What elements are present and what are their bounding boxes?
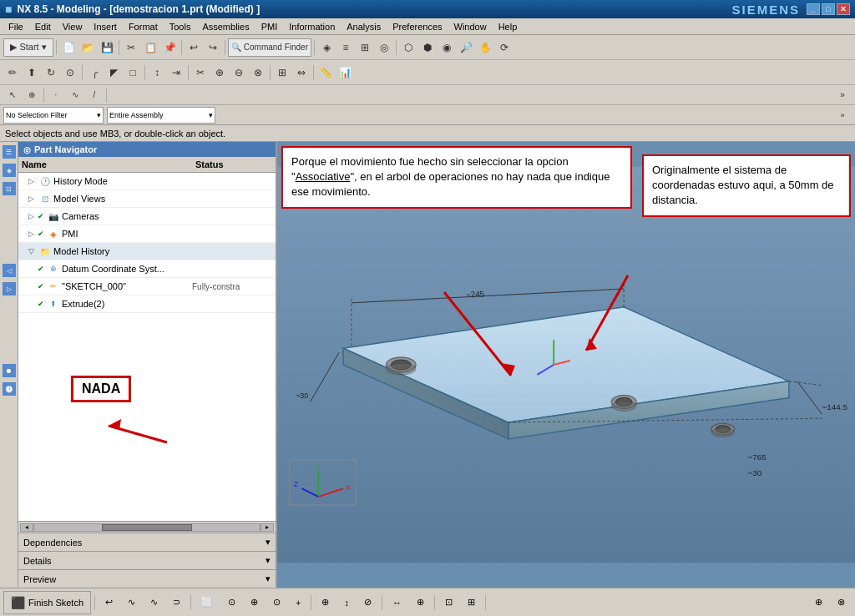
resource-bar-icon-3[interactable]: ⊡ bbox=[3, 182, 16, 195]
bottom-tool-18[interactable]: ⊗ bbox=[831, 591, 852, 614]
menu-information[interactable]: Information bbox=[284, 20, 340, 33]
bottom-tool-16[interactable]: ⊞ bbox=[461, 591, 482, 614]
more-btn[interactable]: » bbox=[833, 86, 852, 104]
hscroll-left-btn[interactable]: ◂ bbox=[20, 523, 33, 532]
nav-item-history-mode[interactable]: ▷ 🕐 History Mode bbox=[18, 173, 276, 190]
chamfer-btn[interactable]: ◤ bbox=[104, 63, 123, 82]
nav-hscroll[interactable]: ◂ ▸ bbox=[18, 521, 276, 533]
command-finder-btn[interactable]: 🔍 Command Finder bbox=[228, 38, 311, 57]
nav-item-sketch[interactable]: ✔ ✏ "SKETCH_000" Fully-constra bbox=[18, 278, 276, 295]
select-btn[interactable]: ↖ bbox=[3, 86, 22, 104]
menu-analysis[interactable]: Analysis bbox=[341, 20, 386, 33]
new-file-btn[interactable]: 📄 bbox=[59, 38, 78, 57]
line-btn[interactable]: / bbox=[85, 86, 104, 104]
trim-btn[interactable]: ✂ bbox=[191, 63, 210, 82]
bottom-tool-5[interactable]: ⬜ bbox=[195, 591, 220, 614]
view1-btn[interactable]: ⬡ bbox=[399, 38, 417, 57]
resource-bar-icon-2[interactable]: ◈ bbox=[3, 164, 16, 177]
nav-item-extrude[interactable]: ✔ ⬆ Extrude(2) bbox=[18, 295, 276, 313]
resource-bar-icon-6[interactable]: ⏺ bbox=[3, 364, 16, 377]
analysis-btn[interactable]: 📊 bbox=[336, 63, 354, 82]
menu-help[interactable]: Help bbox=[493, 20, 523, 33]
paste-btn[interactable]: 📌 bbox=[160, 38, 179, 57]
hscroll-right-btn[interactable]: ▸ bbox=[261, 523, 274, 532]
curve-btn[interactable]: ∿ bbox=[66, 86, 84, 104]
close-button[interactable]: ✕ bbox=[837, 3, 850, 15]
expander-model-views[interactable]: ▷ bbox=[25, 194, 37, 203]
hole-btn[interactable]: ⊙ bbox=[61, 63, 79, 82]
nav-item-datum-coord[interactable]: ✔ ⊕ Datum Coordinate Syst... bbox=[18, 260, 276, 278]
snap-btn[interactable]: ◎ bbox=[375, 38, 393, 57]
pan-btn[interactable]: ✋ bbox=[476, 38, 494, 57]
bottom-tool-8[interactable]: ⊙ bbox=[266, 591, 287, 614]
unite-btn[interactable]: ⊕ bbox=[210, 63, 229, 82]
move-face-btn[interactable]: ↕ bbox=[148, 63, 166, 82]
assembly-dropdown[interactable]: Entire Assembly ▾ bbox=[107, 107, 215, 124]
maximize-button[interactable]: □ bbox=[822, 3, 835, 15]
preview-section[interactable]: Preview ▾ bbox=[18, 569, 276, 588]
details-section[interactable]: Details ▾ bbox=[18, 551, 276, 569]
view3-btn[interactable]: ◉ bbox=[438, 38, 456, 57]
bottom-tool-3[interactable]: ∿ bbox=[144, 591, 164, 614]
save-btn[interactable]: 💾 bbox=[98, 38, 116, 57]
snap-mode-btn[interactable]: ⊕ bbox=[23, 86, 41, 104]
nav-item-model-views[interactable]: ▷ ⊡ Model Views bbox=[18, 190, 276, 208]
bottom-tool-15[interactable]: ⊡ bbox=[438, 591, 459, 614]
point-btn[interactable]: · bbox=[47, 86, 65, 104]
zoom-btn[interactable]: 🔎 bbox=[457, 38, 475, 57]
hscroll-track[interactable] bbox=[33, 523, 261, 532]
nav-item-cameras[interactable]: ▷ ✔ 📷 Cameras bbox=[18, 208, 276, 225]
bottom-tool-4[interactable]: ⊃ bbox=[166, 591, 187, 614]
menu-tools[interactable]: Tools bbox=[164, 20, 196, 33]
selection-filter-dropdown[interactable]: No Selection Filter ▾ bbox=[3, 107, 104, 124]
resource-bar-icon-7[interactable]: 🕐 bbox=[3, 382, 16, 396]
layers-btn[interactable]: ≡ bbox=[336, 38, 355, 57]
bottom-tool-6[interactable]: ⊙ bbox=[221, 591, 242, 614]
expander-cameras[interactable]: ▷ bbox=[25, 212, 37, 220]
nav-item-pmi[interactable]: ▷ ✔ ◈ PMI bbox=[18, 225, 276, 243]
bottom-tool-9[interactable]: + bbox=[289, 591, 307, 614]
display-btn[interactable]: ◈ bbox=[317, 38, 336, 57]
nav-item-model-history[interactable]: ▽ 📁 Model History bbox=[18, 243, 276, 260]
menu-file[interactable]: File bbox=[3, 20, 28, 33]
more-options-btn[interactable]: » bbox=[833, 108, 852, 123]
mirror-btn[interactable]: ⇔ bbox=[292, 63, 311, 82]
undo-btn[interactable]: ↩ bbox=[185, 38, 203, 57]
bottom-tool-10[interactable]: ⊕ bbox=[315, 591, 336, 614]
offset-btn[interactable]: ⇥ bbox=[167, 63, 185, 82]
menu-window[interactable]: Window bbox=[449, 20, 492, 33]
menu-preferences[interactable]: Preferences bbox=[387, 20, 447, 33]
bottom-tool-13[interactable]: ↔ bbox=[386, 591, 408, 614]
cut-btn[interactable]: ✂ bbox=[122, 38, 140, 57]
resource-bar-icon-5[interactable]: ▷ bbox=[3, 282, 16, 295]
pattern-btn[interactable]: ⊞ bbox=[273, 63, 291, 82]
finish-sketch-button[interactable]: ⬛ Finish Sketch bbox=[3, 591, 91, 614]
bottom-tool-7[interactable]: ⊕ bbox=[244, 591, 265, 614]
revolve-btn[interactable]: ↻ bbox=[42, 63, 60, 82]
expander-model-history[interactable]: ▽ bbox=[25, 247, 37, 255]
menu-format[interactable]: Format bbox=[124, 20, 163, 33]
3d-viewport[interactable]: ~245 ~144.5 ~30 bbox=[277, 142, 855, 588]
sketch-btn[interactable]: ✏ bbox=[3, 63, 22, 82]
menu-view[interactable]: View bbox=[58, 20, 88, 33]
start-button[interactable]: ▶ Start ▾ bbox=[3, 38, 53, 57]
bottom-tool-11[interactable]: ↕ bbox=[337, 591, 356, 614]
extrude-btn[interactable]: ⬆ bbox=[23, 63, 41, 82]
expander-pmi[interactable]: ▷ bbox=[25, 230, 37, 238]
subtract-btn[interactable]: ⊖ bbox=[230, 63, 248, 82]
resource-bar-icon-1[interactable]: ☰ bbox=[3, 145, 16, 159]
menu-pmi[interactable]: PMI bbox=[256, 20, 283, 33]
expander-history-mode[interactable]: ▷ bbox=[25, 177, 37, 185]
minimize-button[interactable]: _ bbox=[807, 3, 820, 15]
view2-btn[interactable]: ⬢ bbox=[418, 38, 437, 57]
measure-btn[interactable]: 📏 bbox=[316, 63, 335, 82]
rotate-btn[interactable]: ⟳ bbox=[495, 38, 514, 57]
copy-btn[interactable]: 📋 bbox=[141, 38, 159, 57]
menu-insert[interactable]: Insert bbox=[89, 20, 122, 33]
bottom-tool-2[interactable]: ∿ bbox=[121, 591, 142, 614]
menu-edit[interactable]: Edit bbox=[30, 20, 56, 33]
wcs-btn[interactable]: ⊞ bbox=[356, 38, 374, 57]
shell-btn[interactable]: □ bbox=[124, 63, 142, 82]
bottom-tool-1[interactable]: ↩ bbox=[99, 591, 119, 614]
redo-btn[interactable]: ↪ bbox=[204, 38, 222, 57]
